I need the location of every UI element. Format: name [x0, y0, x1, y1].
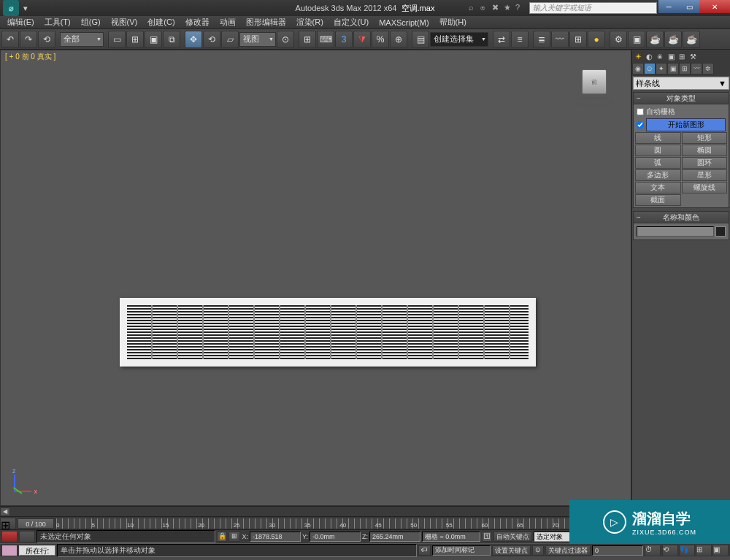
link-icon[interactable]: ⟲	[38, 31, 55, 48]
undo-icon[interactable]: ↶	[1, 31, 19, 48]
star-icon[interactable]: ★	[504, 3, 514, 13]
btn-circle[interactable]: 圆	[635, 145, 681, 156]
menu-group[interactable]: 组(G)	[77, 16, 105, 28]
mirror-icon[interactable]: ⇄	[493, 31, 510, 48]
render-setup-icon[interactable]: ⚙	[610, 31, 627, 48]
help-icon[interactable]: ?	[515, 3, 526, 13]
named-selset-dropdown[interactable]: 创建选择集	[430, 32, 488, 47]
viewcube[interactable]: 前	[572, 65, 616, 109]
window-crossing-icon[interactable]: ⧉	[163, 31, 180, 48]
setkey-big-icon[interactable]: ⊙	[532, 545, 544, 556]
layers-icon[interactable]: ≣	[533, 31, 550, 48]
macro-rec-icon[interactable]	[19, 531, 35, 542]
current-frame-input[interactable]: 0	[592, 545, 643, 556]
x-coord-input[interactable]: -1878.518	[250, 532, 301, 542]
snap-toggle-icon[interactable]: 3	[335, 31, 353, 48]
maxscript-mini-listener-icon[interactable]	[1, 531, 18, 542]
selection-filter-dropdown[interactable]: 全部	[60, 32, 104, 47]
rect-select-icon[interactable]: ▣	[145, 31, 162, 48]
curve-editor-icon[interactable]: 〰	[551, 31, 569, 48]
person-icon[interactable]: ⛯	[655, 51, 665, 61]
viewcube-ring-icon[interactable]	[576, 97, 612, 106]
exchange-icon[interactable]: ✖	[492, 3, 502, 13]
timeline-config-icon[interactable]: ⊞	[0, 518, 16, 529]
btn-rectangle[interactable]: 矩形	[682, 132, 728, 144]
btn-ngon[interactable]: 多边形	[635, 169, 681, 181]
material-editor-icon[interactable]: ●	[588, 31, 605, 48]
autokey-button[interactable]: 自动关键点	[493, 532, 532, 542]
select-name-icon[interactable]: ⊞	[126, 31, 144, 48]
tab-spacewarps-icon[interactable]: 〰	[691, 63, 702, 74]
menu-maxscript[interactable]: MAXScript(M)	[374, 18, 433, 28]
move-icon[interactable]: ✥	[185, 31, 202, 48]
btn-arc[interactable]: 弧	[635, 157, 681, 169]
scale-icon[interactable]: ▱	[221, 31, 239, 48]
pivot-icon[interactable]: ⊙	[277, 31, 294, 48]
maximize-button[interactable]: ▭	[679, 0, 699, 13]
angle-snap-icon[interactable]: ⧩	[353, 31, 371, 48]
btn-line[interactable]: 线	[635, 132, 681, 144]
align-icon[interactable]: ≡	[511, 31, 529, 48]
menu-animation[interactable]: 动画	[215, 16, 240, 28]
manipulate-icon[interactable]: ⊞	[299, 31, 316, 48]
render-prod-icon[interactable]: ☕	[646, 31, 664, 48]
signin-icon[interactable]: ⍟	[480, 3, 491, 13]
keyboard-shortcut-icon[interactable]: ⌨	[317, 31, 334, 48]
hammer-icon[interactable]: ⚒	[688, 51, 698, 61]
btn-star[interactable]: 星形	[682, 169, 728, 181]
ref-coord-dropdown[interactable]: 视图	[239, 32, 276, 47]
btn-donut[interactable]: 圆环	[682, 157, 728, 169]
menu-create[interactable]: 创建(C)	[143, 16, 179, 28]
tab-helpers-icon[interactable]: ⊞	[679, 63, 691, 74]
selection-lock-icon[interactable]: 🔒	[217, 532, 227, 542]
edit-named-sel-icon[interactable]: ▤	[412, 31, 429, 48]
viewport-label[interactable]: [ + 0 前 0 真实 ]	[5, 52, 55, 62]
render-active-icon[interactable]: ☕	[683, 31, 700, 48]
object-name-input[interactable]	[637, 226, 714, 237]
startnew-checkbox[interactable]	[637, 121, 644, 129]
tab-cameras-icon[interactable]: ▣	[667, 63, 679, 74]
render-iter-icon[interactable]: ☕	[664, 31, 682, 48]
monitor-icon[interactable]: ▣	[666, 51, 676, 61]
menu-modifiers[interactable]: 修改器	[181, 16, 214, 28]
key-icon[interactable]: ⚿	[482, 532, 492, 542]
viewport[interactable]: [ + 0 前 0 真实 ] 前	[0, 50, 631, 506]
help-search-input[interactable]: 输入关键字或短语	[529, 2, 657, 14]
menu-edit[interactable]: 编辑(E)	[3, 16, 39, 28]
tab-systems-icon[interactable]: ✲	[702, 63, 714, 74]
btn-helix[interactable]: 螺旋线	[682, 182, 728, 193]
subcategory-dropdown[interactable]: 样条线▼	[633, 77, 729, 90]
circle-icon[interactable]: ◐	[644, 51, 654, 61]
rollout-header-objtype[interactable]: 对象类型	[634, 93, 729, 104]
nav-region-icon[interactable]: ▣	[712, 545, 729, 556]
sun-icon[interactable]: ☀	[633, 51, 643, 61]
rollout-header-namecolor[interactable]: 名称和颜色	[634, 212, 729, 223]
percent-snap-icon[interactable]: %	[372, 31, 389, 48]
keyfilter-button[interactable]: 关键点过滤器	[545, 545, 591, 556]
time-config-icon[interactable]: ⏱	[645, 545, 661, 556]
abs-rel-icon[interactable]: ⊞	[228, 532, 240, 542]
select-icon[interactable]: ▭	[108, 31, 126, 48]
btn-text[interactable]: 文本	[635, 182, 681, 193]
menu-rendering[interactable]: 渲染(R)	[292, 16, 328, 28]
model-air-vent[interactable]	[120, 298, 536, 367]
tab-shapes-icon[interactable]: ⊙	[644, 63, 656, 74]
setkey-button[interactable]: 设置关键点	[492, 545, 531, 556]
rotate-icon[interactable]: ⟲	[203, 31, 220, 48]
pink-listener-icon[interactable]	[1, 545, 18, 556]
time-tag-icon[interactable]: 🏷	[418, 545, 431, 556]
spinner-snap-icon[interactable]: ⊕	[390, 31, 407, 48]
object-color-swatch[interactable]	[715, 226, 726, 237]
frame-slider[interactable]: 0 / 100	[18, 518, 54, 529]
nav-orbit-icon[interactable]: ⟲	[662, 545, 678, 556]
infocenter-icon[interactable]: ⌕	[469, 3, 479, 13]
nav-maxview-icon[interactable]: ⊞	[696, 545, 712, 556]
grid-icon[interactable]: ⊞	[677, 51, 687, 61]
quick-access-1[interactable]: ▾	[23, 4, 28, 13]
add-time-tag[interactable]: 添加时间标记	[432, 545, 491, 556]
redo-icon[interactable]: ↷	[20, 31, 37, 48]
scroll-left-icon[interactable]: ◀	[0, 507, 10, 516]
menu-help[interactable]: 帮助(H)	[435, 16, 471, 28]
close-button[interactable]: ✕	[699, 0, 730, 13]
autogrid-checkbox[interactable]	[637, 108, 644, 115]
